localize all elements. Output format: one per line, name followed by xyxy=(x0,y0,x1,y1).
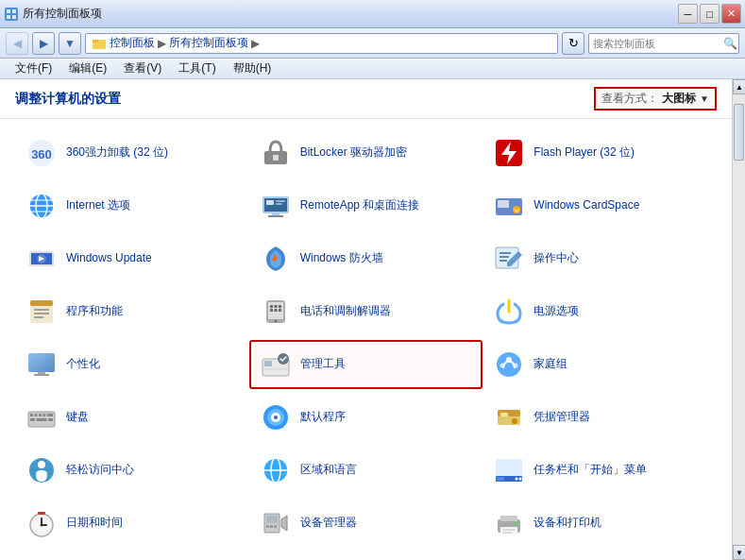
label-bitlocker: BitLocker 驱动器加密 xyxy=(300,145,407,161)
svg-rect-46 xyxy=(274,305,277,308)
label-datetime: 日期和时间 xyxy=(66,516,123,531)
label-region: 区域和语言 xyxy=(300,463,357,478)
label-devicesprinters: 设备和打印机 xyxy=(533,516,601,531)
svg-rect-86 xyxy=(496,459,522,478)
label-personalize: 个性化 xyxy=(66,357,100,372)
back-button[interactable]: ◀ xyxy=(6,32,28,55)
grid-row-1: 360 360强力卸载 (32 位) BitLocker 驱动器加密 xyxy=(15,128,717,178)
item-taskbar[interactable]: 任务栏和「开始」菜单 xyxy=(483,446,717,495)
svg-rect-48 xyxy=(270,309,273,312)
minimize-button[interactable]: ─ xyxy=(678,4,698,24)
grid-row-6: 键盘 默认程序 xyxy=(15,393,717,442)
item-internet[interactable]: Internet 选项 xyxy=(15,181,249,230)
scroll-up-arrow[interactable]: ▲ xyxy=(733,79,745,94)
icon-power xyxy=(492,295,526,329)
item-flash[interactable]: Flash Player (32 位) xyxy=(483,128,717,178)
path-allitems[interactable]: 所有控制面板项 xyxy=(169,35,248,51)
icon-keyboard xyxy=(25,400,59,434)
window-icon xyxy=(4,7,19,22)
item-defaultprograms[interactable]: 默认程序 xyxy=(249,393,483,442)
menu-bar: 文件(F) 编辑(E) 查看(V) 工具(T) 帮助(H) xyxy=(0,59,745,79)
icon-programs xyxy=(25,295,59,329)
path-sep-1: ▶ xyxy=(158,37,166,50)
menu-edit[interactable]: 编辑(E) xyxy=(61,59,114,78)
item-region[interactable]: 区域和语言 xyxy=(249,446,483,495)
icon-360: 360 xyxy=(25,136,59,170)
svg-point-81 xyxy=(38,461,45,468)
grid-row-2: Internet 选项 RemoteA xyxy=(15,181,717,230)
label-homegroup: 家庭组 xyxy=(533,357,567,372)
label-360: 360强力卸载 (32 位) xyxy=(66,145,168,161)
icon-bitlocker xyxy=(259,136,293,170)
svg-point-44 xyxy=(274,320,277,323)
item-action[interactable]: 操作中心 xyxy=(483,234,717,283)
item-personalize[interactable]: 个性化 xyxy=(15,340,249,389)
svg-rect-45 xyxy=(270,305,273,308)
svg-rect-105 xyxy=(502,532,512,534)
icon-firewall xyxy=(259,242,293,276)
title-bar: 所有控制面板项 ─ □ ✕ xyxy=(0,0,745,28)
forward-button[interactable]: ▶ xyxy=(32,32,55,55)
item-cardspace[interactable]: W Windows CardSpace xyxy=(483,181,717,230)
item-keyboard[interactable]: 键盘 xyxy=(15,393,249,442)
search-icon[interactable]: 🔍 xyxy=(723,37,737,50)
item-homegroup[interactable]: 家庭组 xyxy=(483,340,717,389)
label-taskbar: 任务栏和「开始」菜单 xyxy=(533,463,647,478)
item-ease[interactable]: 轻松访问中心 xyxy=(15,446,249,495)
search-box: 🔍 xyxy=(588,33,739,54)
icon-region xyxy=(259,453,293,487)
close-button[interactable]: ✕ xyxy=(721,4,741,24)
svg-rect-67 xyxy=(43,414,46,416)
label-phone: 电话和调制解调器 xyxy=(300,304,391,319)
menu-file[interactable]: 文件(F) xyxy=(8,59,59,78)
svg-rect-104 xyxy=(502,529,516,531)
item-datetime[interactable]: 日期和时间 xyxy=(15,499,249,548)
view-dropdown-arrow[interactable]: ▼ xyxy=(700,93,709,104)
item-windowsupdate[interactable]: Windows Update xyxy=(15,234,249,283)
path-controlpanel[interactable]: 控制面板 xyxy=(110,35,155,51)
svg-rect-78 xyxy=(500,413,508,416)
menu-tools[interactable]: 工具(T) xyxy=(171,59,223,78)
refresh-button[interactable]: ↻ xyxy=(562,32,584,55)
item-firewall[interactable]: Windows 防火墙 xyxy=(249,234,483,283)
menu-help[interactable]: 帮助(H) xyxy=(226,59,279,78)
label-manage: 管理工具 xyxy=(300,357,346,372)
item-bitlocker[interactable]: BitLocker 驱动器加密 xyxy=(249,128,483,178)
svg-rect-50 xyxy=(279,309,281,312)
item-credential[interactable]: 凭据管理器 xyxy=(483,393,717,442)
svg-rect-47 xyxy=(279,305,281,308)
label-keyboard: 键盘 xyxy=(66,410,89,425)
maximize-button[interactable]: □ xyxy=(700,4,720,24)
menu-view[interactable]: 查看(V) xyxy=(116,59,169,78)
item-phone[interactable]: 电话和调制解调器 xyxy=(249,287,483,336)
label-power: 电源选项 xyxy=(533,304,579,319)
item-programs[interactable]: 程序和功能 xyxy=(15,287,249,336)
search-input[interactable] xyxy=(593,38,723,49)
label-ease: 轻松访问中心 xyxy=(66,463,134,478)
item-remoteapp[interactable]: RemoteApp 和桌面连接 xyxy=(249,181,483,230)
item-devicesprinters[interactable]: 设备和打印机 xyxy=(483,499,717,548)
icon-devicesprinters xyxy=(492,506,526,540)
folder-icon xyxy=(92,36,107,51)
svg-rect-38 xyxy=(30,300,53,306)
svg-rect-56 xyxy=(264,361,272,366)
svg-rect-57 xyxy=(264,368,287,370)
svg-point-60 xyxy=(506,357,512,363)
svg-rect-54 xyxy=(34,374,49,376)
svg-rect-10 xyxy=(273,155,279,161)
view-mode-selector[interactable]: 查看方式： 大图标 ▼ xyxy=(594,87,717,110)
recent-button[interactable]: ▼ xyxy=(59,32,81,55)
svg-rect-24 xyxy=(276,200,285,202)
grid-row-7: 轻松访问中心 区域和语言 xyxy=(15,446,717,495)
item-device[interactable]: 设备管理器 xyxy=(249,499,483,548)
svg-rect-70 xyxy=(37,418,47,421)
label-defaultprograms: 默认程序 xyxy=(300,410,346,425)
scroll-thumb[interactable] xyxy=(734,104,744,161)
scroll-down-arrow[interactable]: ▼ xyxy=(733,545,745,560)
svg-point-89 xyxy=(519,478,522,481)
svg-rect-66 xyxy=(39,414,42,416)
item-manage[interactable]: 管理工具 xyxy=(249,340,483,389)
svg-point-106 xyxy=(515,521,518,525)
item-power[interactable]: 电源选项 xyxy=(483,287,717,336)
item-360[interactable]: 360 360强力卸载 (32 位) xyxy=(15,128,249,178)
